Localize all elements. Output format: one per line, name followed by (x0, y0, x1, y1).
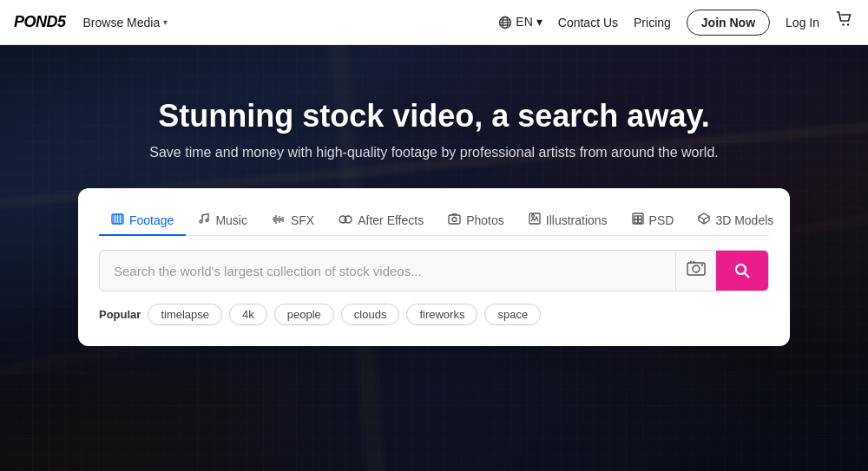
sfx-icon (272, 213, 286, 227)
svg-line-39 (745, 273, 749, 278)
lang-label: EN (516, 15, 532, 29)
tab-3d-models-label: 3D Models (715, 213, 773, 227)
3d-models-icon (698, 213, 710, 227)
popular-tag-fireworks[interactable]: fireworks (406, 304, 477, 325)
navbar-right: EN ▾ Contact Us Pricing Join Now Log In (498, 10, 854, 36)
hero-subtitle: Save time and money with high-quality fo… (149, 145, 718, 160)
chevron-down-icon: ▾ (163, 17, 168, 27)
pricing-link[interactable]: Pricing (634, 16, 671, 29)
search-container: Footage Music (78, 188, 790, 346)
tab-sfx-label: SFX (291, 213, 314, 227)
logo[interactable]: POND5 (14, 13, 66, 31)
popular-tag-timelapse[interactable]: timelapse (148, 304, 222, 325)
svg-rect-23 (529, 213, 540, 224)
tab-illustrations-label: Illustrations (546, 213, 608, 227)
hero-content: Stunning stock video, a search away. Sav… (0, 45, 868, 346)
popular-label: Popular (99, 308, 141, 321)
svg-point-8 (200, 220, 202, 223)
browse-media-menu[interactable]: Browse Media ▾ (83, 16, 168, 29)
popular-tag-clouds[interactable]: clouds (341, 304, 400, 325)
navbar: POND5 Browse Media ▾ EN ▾ Contact Us Pri… (0, 0, 868, 45)
svg-line-30 (699, 217, 704, 220)
contact-us-link[interactable]: Contact Us (558, 16, 618, 29)
lang-chevron-icon: ▾ (536, 15, 542, 29)
svg-point-9 (206, 219, 208, 222)
tab-psd[interactable]: PSD (620, 206, 687, 236)
login-link[interactable]: Log In (786, 16, 819, 29)
tab-photos[interactable]: Photos (436, 206, 516, 236)
svg-point-6 (847, 23, 849, 25)
language-selector[interactable]: EN ▾ (498, 15, 542, 29)
svg-line-31 (704, 217, 709, 220)
svg-rect-29 (638, 219, 641, 223)
footage-icon (111, 213, 124, 227)
popular-tag-people[interactable]: people (274, 304, 334, 325)
psd-icon (632, 213, 644, 227)
tab-psd-label: PSD (649, 213, 674, 227)
popular-row: Popular timelapse 4k people clouds firew… (99, 304, 769, 325)
svg-point-22 (452, 217, 457, 221)
popular-tag-space[interactable]: space (484, 304, 541, 325)
tab-footage[interactable]: Footage (99, 206, 186, 236)
join-now-button[interactable]: Join Now (687, 10, 770, 36)
after-effects-icon (339, 213, 352, 227)
tab-3d-models[interactable]: 3D Models (686, 206, 786, 236)
illustrations-icon (529, 213, 541, 227)
svg-point-24 (531, 215, 534, 218)
tab-photos-label: Photos (466, 213, 504, 227)
browse-media-label: Browse Media (83, 16, 161, 29)
search-tabs: Footage Music (99, 206, 769, 236)
tab-footage-label: Footage (129, 213, 174, 227)
globe-icon (498, 15, 512, 29)
svg-point-35 (701, 264, 703, 265)
search-input-row (99, 250, 769, 291)
tab-after-effects[interactable]: After Effects (326, 206, 436, 236)
music-icon (198, 213, 210, 227)
hero-title: Stunning stock video, a search away. (158, 97, 710, 134)
tab-music[interactable]: Music (186, 206, 260, 236)
tab-illustrations[interactable]: Illustrations (516, 206, 620, 236)
svg-point-5 (842, 23, 844, 25)
cart-icon[interactable] (835, 10, 854, 34)
svg-point-38 (736, 265, 746, 274)
svg-rect-21 (449, 215, 460, 224)
hero-section: Stunning stock video, a search away. Sav… (0, 45, 868, 471)
tab-music-label: Music (215, 213, 247, 227)
tab-sfx[interactable]: SFX (260, 206, 326, 236)
visual-search-icon[interactable] (675, 252, 716, 291)
svg-point-34 (693, 265, 700, 272)
search-button[interactable] (716, 251, 768, 291)
photos-icon (448, 213, 461, 227)
tab-after-effects-label: After Effects (358, 213, 424, 227)
search-input[interactable] (100, 253, 675, 289)
popular-tag-4k[interactable]: 4k (229, 304, 267, 325)
